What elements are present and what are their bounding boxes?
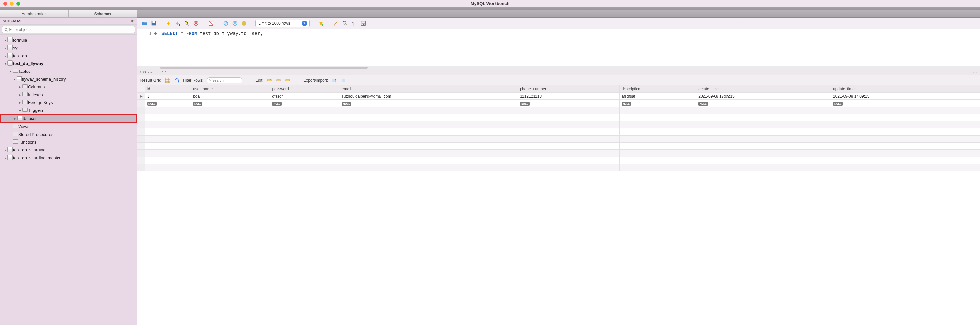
node-foreign-keys[interactable]: ▸Foreign Keys (0, 99, 137, 106)
svg-point-23 (209, 79, 211, 81)
node-triggers[interactable]: ▸Triggers (0, 106, 137, 114)
database-icon (7, 155, 13, 161)
cell[interactable]: 1 (145, 92, 191, 100)
cell[interactable]: suzhou.daipeng@gmail.com (340, 92, 518, 100)
schema-test-db[interactable]: ▸test_db (0, 52, 137, 59)
beautify-button[interactable] (317, 20, 325, 27)
filter-rows-field[interactable] (207, 77, 242, 83)
cursor-position: 1:1 (162, 70, 167, 74)
table-tb-user[interactable]: ▸tb_user (0, 114, 137, 123)
schema-test-db-flyway[interactable]: ▾test_db_flyway (0, 59, 137, 67)
rollback-button[interactable] (231, 20, 239, 27)
stop-button[interactable] (192, 20, 199, 27)
cell-null[interactable]: NULL (831, 100, 966, 107)
cell-null[interactable]: NULL (619, 100, 696, 107)
brush-button[interactable] (332, 20, 340, 27)
col-description[interactable]: description (619, 86, 696, 92)
table-row-empty (137, 114, 980, 121)
schema-sys[interactable]: ▸sys (0, 44, 137, 52)
cell-spacer (966, 92, 980, 100)
table-row-empty (137, 143, 980, 150)
node-indexes[interactable]: ▸Indexes (0, 91, 137, 99)
cell[interactable]: pdai (191, 92, 270, 100)
row-handle[interactable] (137, 100, 145, 107)
grid-view-icon[interactable] (165, 77, 170, 83)
table-row-new[interactable]: NULL NULL NULL NULL NULL NULL NULL NULL (137, 100, 980, 107)
col-create-time[interactable]: create_time (696, 86, 831, 92)
sql-editor[interactable]: 1 SELECT * FROM test_db_flyway.tb_user; (137, 29, 980, 66)
table-flyway-schema-history[interactable]: ▾flyway_schema_history (0, 75, 137, 83)
svg-point-14 (343, 21, 346, 24)
execute-current-button[interactable] (174, 20, 181, 27)
open-file-button[interactable] (141, 20, 148, 27)
import-button[interactable] (340, 77, 346, 83)
tab-administration[interactable]: Administration (0, 10, 68, 17)
collapse-sidebar-icon[interactable]: ⇤ (131, 19, 135, 23)
sql-keyword: FROM (186, 31, 197, 36)
resize-grip-icon[interactable]: ● ● ● (973, 71, 977, 73)
cell[interactable]: afsdfsaf (619, 92, 696, 100)
save-icon (151, 21, 157, 26)
explain-button[interactable] (183, 20, 191, 27)
cell-null[interactable]: NULL (191, 100, 270, 107)
cell-null[interactable]: NULL (696, 100, 831, 107)
schema-test-db-sharding-master[interactable]: ▸test_db_sharding_master (0, 154, 137, 161)
folder-icon (22, 84, 28, 89)
tab-schemas[interactable]: Schemas (68, 10, 137, 17)
cell-null[interactable]: NULL (270, 100, 340, 107)
cell[interactable]: dfasdf (270, 92, 340, 100)
col-email[interactable]: email (340, 86, 518, 92)
edit-label: Edit: (255, 78, 263, 83)
close-window-button[interactable] (3, 2, 7, 6)
col-password[interactable]: password (270, 86, 340, 92)
add-row-button[interactable]: + (275, 77, 282, 83)
node-views[interactable]: Views (0, 123, 137, 130)
schema-test-db-sharding[interactable]: ▸test_db_sharding (0, 146, 137, 154)
editor-horizontal-scrollbar[interactable] (137, 66, 980, 69)
toggle-autocommit-button[interactable] (207, 20, 215, 27)
export-button[interactable] (331, 77, 337, 83)
commit-button[interactable] (222, 20, 229, 27)
node-columns[interactable]: ▸Columns (0, 83, 137, 91)
cell[interactable]: 1212121213 (518, 92, 619, 100)
cell[interactable]: 2021-09-08 17:09:15 (696, 92, 831, 100)
star-icon (318, 21, 324, 26)
zoom-window-button[interactable] (16, 2, 20, 6)
cell-null[interactable]: NULL (518, 100, 619, 107)
scrollbar-thumb[interactable] (160, 67, 368, 69)
col-id[interactable]: id (145, 86, 191, 92)
word-wrap-button[interactable] (360, 20, 367, 27)
node-functions[interactable]: Functions (0, 138, 137, 146)
filter-objects-field[interactable] (2, 26, 135, 33)
col-update-time[interactable]: update_time (831, 86, 966, 92)
node-stored-procedures[interactable]: Stored Procedures (0, 130, 137, 138)
delete-row-button[interactable]: − (285, 77, 291, 83)
find-button[interactable] (342, 20, 348, 27)
cell-null[interactable]: NULL (340, 100, 518, 107)
cell-null[interactable]: NULL (145, 100, 191, 107)
refresh-button[interactable] (174, 77, 180, 83)
toggle-whitespace-button[interactable]: ¶ (351, 20, 358, 27)
row-handle[interactable]: ▶ (137, 92, 145, 100)
col-phone-number[interactable]: phone_number (518, 86, 619, 92)
save-file-button[interactable] (150, 20, 157, 27)
content-tabstrip (137, 10, 980, 18)
table-row[interactable]: ▶ 1 pdai dfasdf suzhou.daipeng@gmail.com… (137, 92, 980, 100)
zoom-stepper-icon[interactable]: ⇅ (150, 71, 153, 74)
execute-all-button[interactable] (165, 20, 172, 27)
schema-formula[interactable]: ▸formula (0, 36, 137, 44)
result-grid[interactable]: id user_name password email phone_number… (137, 85, 980, 325)
toggle-safeupdates-button[interactable] (240, 20, 248, 27)
row-limit-select[interactable]: Limit to 1000 rows ⇅ (255, 20, 310, 27)
minimize-window-button[interactable] (10, 2, 14, 6)
node-tables[interactable]: ▾Tables (0, 67, 137, 75)
table-row-empty (137, 150, 980, 157)
filter-objects-input[interactable] (10, 27, 132, 32)
col-user-name[interactable]: user_name (191, 86, 270, 92)
filter-rows-input[interactable] (212, 78, 240, 82)
cell[interactable]: 2021-09-08 17:09:15 (831, 92, 966, 100)
editor-code[interactable]: SELECT * FROM test_db_flyway.tb_user; (159, 29, 266, 66)
shield-icon (241, 21, 247, 26)
edit-row-button[interactable] (266, 77, 272, 83)
filter-rows-label: Filter Rows: (183, 78, 204, 83)
